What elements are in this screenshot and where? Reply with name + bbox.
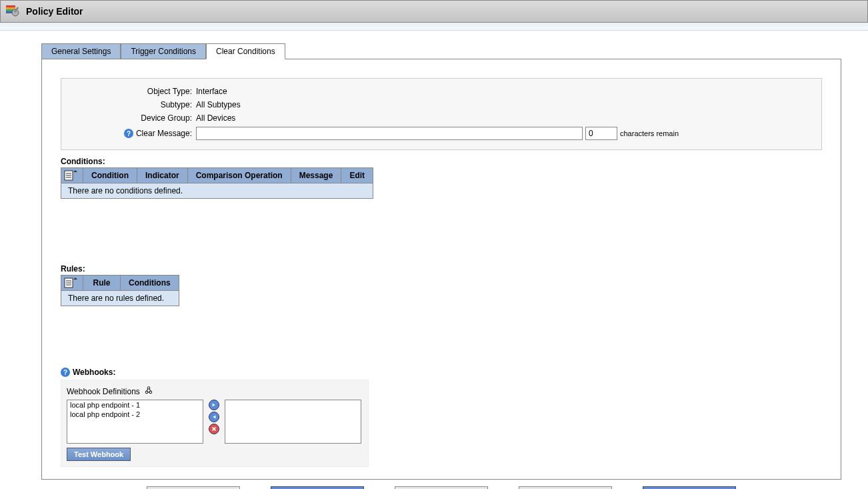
move-left-button[interactable] <box>209 412 219 422</box>
tab-general-settings[interactable]: General Settings <box>41 43 121 59</box>
action-button-bar: Save Save as New Cancel Delete Policy Br… <box>41 486 841 489</box>
rules-col-conditions[interactable]: Conditions <box>121 276 179 291</box>
conditions-col-comparison[interactable]: Comparison Operation <box>187 168 291 183</box>
webhook-icon <box>144 386 153 397</box>
rules-col-rule[interactable]: Rule <box>83 276 121 291</box>
main-area: General Settings Trigger Conditions Clea… <box>0 31 868 489</box>
move-right-button[interactable] <box>209 400 219 410</box>
remove-button[interactable] <box>209 424 219 434</box>
help-icon[interactable]: ? <box>124 129 133 138</box>
webhooks-section-label: Webhooks: <box>73 368 115 377</box>
clear-conditions-panel: Object Type: Interface Subtype: All Subt… <box>41 59 841 480</box>
conditions-add-button[interactable] <box>61 168 83 183</box>
conditions-col-message[interactable]: Message <box>291 168 341 183</box>
tab-clear-conditions[interactable]: Clear Conditions <box>206 43 285 59</box>
device-group-label: Device Group: <box>69 113 196 123</box>
policy-browser-button[interactable]: Policy Browser <box>643 486 736 489</box>
webhook-definitions-label: Webhook Definitions <box>67 387 140 396</box>
rules-section-label: Rules: <box>61 264 822 274</box>
rules-add-button[interactable] <box>61 276 83 291</box>
rules-table: Rule Conditions There are no rules defin… <box>61 275 179 306</box>
svg-rect-1 <box>6 7 15 9</box>
conditions-col-edit[interactable]: Edit <box>341 168 373 183</box>
object-type-value: Interface <box>196 87 227 96</box>
rules-empty-row: There are no rules defined. <box>61 291 179 306</box>
conditions-empty-row: There are no conditions defined. <box>61 183 373 199</box>
conditions-col-condition[interactable]: Condition <box>83 168 137 183</box>
webhook-available-list[interactable]: local php endpoint - 1 local php endpoin… <box>67 400 203 444</box>
object-type-label: Object Type: <box>69 87 196 96</box>
app-icon <box>5 3 21 19</box>
char-remain-label: characters remain <box>620 129 679 137</box>
conditions-section-label: Conditions: <box>61 157 822 166</box>
webhooks-box: Webhook Definitions local php endpoint -… <box>61 380 369 467</box>
subtype-label: Subtype: <box>69 100 196 109</box>
list-item[interactable]: local php endpoint - 2 <box>67 410 203 419</box>
conditions-col-indicator[interactable]: Indicator <box>137 168 187 183</box>
device-group-value: All Devices <box>196 113 235 123</box>
save-as-new-button[interactable]: Save as New <box>271 486 364 489</box>
test-webhook-button[interactable]: Test Webhook <box>67 448 131 461</box>
delete-button[interactable]: Delete <box>519 486 612 489</box>
subtype-value: All Subtypes <box>196 100 241 109</box>
list-item[interactable]: local php endpoint - 1 <box>67 400 203 410</box>
title-bar: Policy Editor <box>0 0 868 23</box>
policy-info-box: Object Type: Interface Subtype: All Subt… <box>61 78 822 150</box>
clear-message-input[interactable] <box>196 127 583 140</box>
webhook-selected-list[interactable] <box>225 400 361 444</box>
svg-rect-0 <box>6 5 15 7</box>
cancel-button[interactable]: Cancel <box>395 486 488 489</box>
char-count-field[interactable] <box>585 127 617 140</box>
page-title: Policy Editor <box>26 6 83 17</box>
conditions-table: Condition Indicator Comparison Operation… <box>61 167 373 199</box>
save-button[interactable]: Save <box>147 486 240 489</box>
clear-message-label: Clear Message: <box>136 129 192 138</box>
tab-trigger-conditions[interactable]: Trigger Conditions <box>121 43 206 59</box>
subheader-strip <box>0 23 868 31</box>
help-icon[interactable]: ? <box>61 368 70 377</box>
tab-bar: General Settings Trigger Conditions Clea… <box>41 43 863 59</box>
